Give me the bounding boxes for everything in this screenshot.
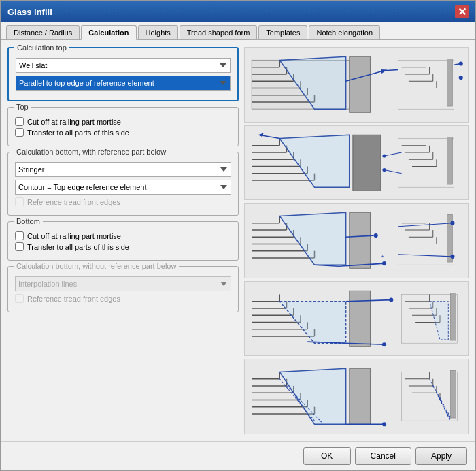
ok-button[interactable]: OK <box>303 447 351 465</box>
top-check2[interactable] <box>15 128 24 137</box>
calc-bottom-noref-check-row: Reference tread front edges <box>15 294 231 303</box>
tab-tread[interactable]: Tread shaped form <box>180 25 258 39</box>
svg-text:*: * <box>381 255 384 261</box>
svg-rect-136 <box>350 369 371 425</box>
left-panel: Calculation top Well slat Parallel to to… <box>7 47 239 434</box>
button-bar: OK Cancel Apply <box>1 441 475 470</box>
diagram-5 <box>244 359 469 434</box>
diagram-1 <box>244 47 469 123</box>
svg-point-80 <box>374 233 378 238</box>
diagram-4 <box>244 281 469 357</box>
top-check1-label: Cut off at railing part mortise <box>27 118 121 126</box>
calc-bottom-noref-check-label: Reference tread front edges <box>27 295 120 303</box>
diagram-5-svg <box>245 359 468 434</box>
bottom-check2-label: Transfer to all parts of this side <box>27 243 129 251</box>
calc-bottom-ref-select2[interactable]: Contour = Top edge reference element <box>15 180 231 195</box>
dialog-title: Glass infill <box>7 7 52 17</box>
svg-point-29 <box>459 76 463 80</box>
calc-bottom-ref-label: Calculation bottom, with reference part … <box>14 148 169 156</box>
bottom-check1-row: Cut off at railing part mortise <box>15 231 231 240</box>
bottom-check2-row: Transfer to all parts of this side <box>15 242 231 251</box>
calc-top-label: Calculation top <box>14 44 69 52</box>
diagram-2 <box>244 125 469 201</box>
diagram-3-svg: * <box>245 204 468 278</box>
top-check1-row: Cut off at railing part mortise <box>15 117 231 126</box>
top-check2-row: Transfer to all parts of this side <box>15 128 231 137</box>
svg-point-112 <box>389 297 393 302</box>
svg-rect-27 <box>447 59 452 106</box>
diagram-2-svg <box>245 126 468 200</box>
svg-rect-107 <box>350 291 371 346</box>
calc-bottom-ref-check-label: Reference tread front edges <box>27 198 120 206</box>
svg-point-110 <box>382 342 386 346</box>
calc-top-select1[interactable]: Well slat <box>16 58 231 73</box>
glass-infill-dialog: Glass infill ✕ Distance / Radius Calcula… <box>0 0 476 471</box>
svg-point-60 <box>382 168 386 172</box>
top-group: Top Cut off at railing part mortise Tran… <box>7 107 239 146</box>
calc-top-group: Calculation top Well slat Parallel to to… <box>7 47 239 101</box>
svg-point-59 <box>382 154 386 157</box>
svg-marker-46 <box>259 133 264 137</box>
svg-rect-122 <box>450 293 456 340</box>
bottom-group-label: Bottom <box>14 217 43 225</box>
calc-bottom-noref-check <box>15 294 24 303</box>
tab-distance[interactable]: Distance / Radius <box>6 25 80 39</box>
svg-point-28 <box>459 61 463 65</box>
diagram-3: * <box>244 203 469 278</box>
tab-heights[interactable]: Heights <box>138 25 178 39</box>
svg-marker-74 <box>279 212 345 265</box>
tab-calculation[interactable]: Calculation <box>81 25 136 40</box>
title-bar: Glass infill ✕ <box>1 1 475 22</box>
calc-bottom-noref-select: Interpolation lines <box>15 276 231 291</box>
top-check2-label: Transfer to all parts of this side <box>27 129 129 137</box>
svg-point-77 <box>382 261 386 265</box>
bottom-check2[interactable] <box>15 242 24 251</box>
bottom-check1[interactable] <box>15 231 24 240</box>
svg-marker-137 <box>279 369 345 425</box>
bottom-check1-label: Cut off at railing part mortise <box>27 232 121 240</box>
svg-rect-13 <box>350 56 371 112</box>
svg-rect-73 <box>350 212 371 268</box>
svg-rect-151 <box>450 371 456 419</box>
svg-rect-43 <box>353 135 381 191</box>
calc-bottom-ref-select1[interactable]: Stringer <box>15 162 231 177</box>
calc-bottom-noref-label: Calculation bottom, without reference pa… <box>14 262 179 270</box>
cancel-button[interactable]: Cancel <box>355 447 411 465</box>
content-area: Calculation top Well slat Parallel to to… <box>1 40 475 441</box>
calc-bottom-ref-check-row: Reference tread front edges <box>15 197 231 206</box>
svg-marker-44 <box>279 135 350 187</box>
tab-templates[interactable]: Templates <box>258 25 307 39</box>
close-button[interactable]: ✕ <box>455 5 469 18</box>
svg-rect-56 <box>447 137 452 184</box>
apply-button[interactable]: Apply <box>415 447 467 465</box>
calc-top-select2[interactable]: Parallel to top edge of reference elemen… <box>16 76 231 91</box>
bottom-group: Bottom Cut off at railing part mortise T… <box>7 221 239 261</box>
calc-bottom-noref-group: Calculation bottom, without reference pa… <box>7 266 239 312</box>
calc-bottom-ref-check <box>15 197 24 206</box>
right-panel: * <box>244 47 469 434</box>
tab-notch[interactable]: Notch elongation <box>309 25 380 39</box>
tab-bar: Distance / Radius Calculation Heights Tr… <box>1 22 475 40</box>
diagram-1-svg <box>245 48 468 122</box>
svg-point-141 <box>382 423 386 427</box>
top-check1[interactable] <box>15 117 24 126</box>
diagram-4-svg <box>245 282 468 356</box>
calc-bottom-ref-group: Calculation bottom, with reference part … <box>7 152 239 216</box>
top-group-label: Top <box>14 103 31 111</box>
